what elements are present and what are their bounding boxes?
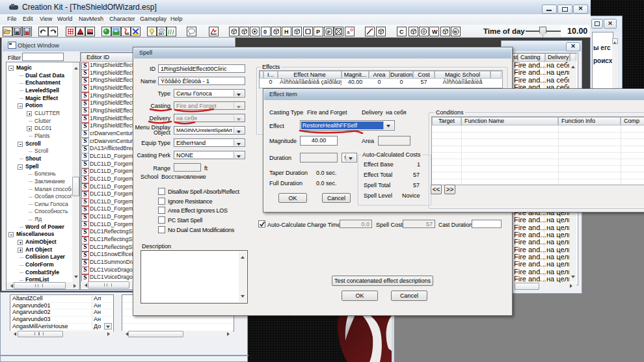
svg-text:P: P — [316, 29, 320, 35]
svg-text:a: a — [347, 29, 350, 35]
svg-text:w: w — [453, 29, 458, 34]
svg-text:W: W — [432, 29, 438, 35]
svg-text:C: C — [399, 29, 404, 35]
svg-text:H: H — [284, 29, 289, 35]
svg-text:0: 0 — [263, 29, 267, 35]
svg-text:P: P — [327, 29, 330, 35]
svg-text:TRIS: TRIS — [87, 29, 94, 33]
svg-text:SKY: SKY — [159, 32, 165, 36]
svg-text:HK: HK — [126, 32, 130, 36]
